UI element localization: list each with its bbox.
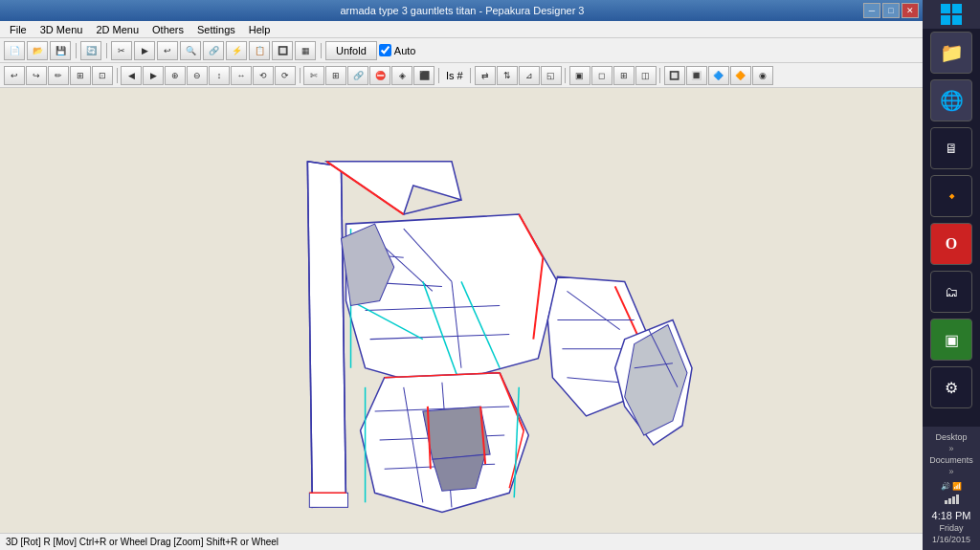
maximize-button[interactable]: □ bbox=[882, 3, 900, 18]
sidebar-icon-files[interactable]: 🗂 bbox=[930, 271, 972, 313]
t2-btn1[interactable]: ↩ bbox=[4, 66, 25, 85]
tb-btn11[interactable]: 📋 bbox=[249, 41, 270, 60]
t2-btn23[interactable]: ◱ bbox=[541, 66, 562, 85]
tb-btn10[interactable]: ⚡ bbox=[226, 41, 247, 60]
svg-marker-1 bbox=[307, 162, 345, 507]
svg-rect-54 bbox=[952, 4, 962, 13]
tb-btn7[interactable]: ↩ bbox=[157, 41, 178, 60]
sidebar-icon-globe[interactable]: 🌐 bbox=[930, 79, 972, 121]
desktop-label[interactable]: Desktop bbox=[935, 432, 967, 442]
unfold-button[interactable]: Unfold bbox=[325, 41, 377, 60]
t2-btn28[interactable]: 🔲 bbox=[664, 66, 685, 85]
save-button[interactable]: 💾 bbox=[50, 41, 71, 60]
t2-btn5[interactable]: ⊡ bbox=[92, 66, 113, 85]
taskbar-top[interactable] bbox=[923, 0, 980, 29]
t2-btn21[interactable]: ⇅ bbox=[497, 66, 518, 85]
menu-others[interactable]: Others bbox=[146, 23, 189, 36]
t2-btn22[interactable]: ⊿ bbox=[519, 66, 540, 85]
t2-btn29[interactable]: 🔳 bbox=[686, 66, 707, 85]
t2-btn3[interactable]: ✏ bbox=[48, 66, 69, 85]
t2-btn27[interactable]: ◫ bbox=[635, 66, 657, 85]
t2-btn32[interactable]: ◉ bbox=[752, 66, 773, 85]
sidebar-icon-terminal[interactable]: 🖥 bbox=[930, 127, 972, 169]
t2-btn12[interactable]: ⟲ bbox=[253, 66, 274, 85]
bar3 bbox=[952, 496, 955, 504]
t2-btn9[interactable]: ⊖ bbox=[187, 66, 208, 85]
sep1 bbox=[73, 41, 78, 60]
sidebar-icon-green-app[interactable]: ▣ bbox=[930, 319, 972, 361]
clock-time: 4:18 PM bbox=[932, 510, 971, 521]
t2-btn17[interactable]: ⛔ bbox=[369, 66, 390, 85]
canvas-area[interactable] bbox=[0, 88, 923, 533]
close-button[interactable]: ✕ bbox=[902, 3, 919, 18]
t2-btn18[interactable]: ◈ bbox=[391, 66, 412, 85]
t2-btn15[interactable]: ⊞ bbox=[325, 66, 346, 85]
signal-bars bbox=[945, 493, 959, 504]
svg-rect-56 bbox=[952, 15, 962, 25]
t2-btn13[interactable]: ⟳ bbox=[275, 66, 296, 85]
tb-btn13[interactable]: ▦ bbox=[295, 41, 316, 60]
t2-btn10[interactable]: ↕ bbox=[209, 66, 230, 85]
t2-btn30[interactable]: 🔷 bbox=[708, 66, 729, 85]
t2-btn4[interactable]: ⊞ bbox=[70, 66, 91, 85]
svg-rect-51 bbox=[309, 493, 347, 507]
status-bar: 3D [Rot] R [Mov] Ctrl+R or Wheel Drag [Z… bbox=[0, 533, 923, 550]
menu-3d[interactable]: 3D Menu bbox=[34, 23, 89, 36]
auto-checkbox[interactable] bbox=[379, 44, 391, 56]
t2-btn11[interactable]: ↔ bbox=[231, 66, 252, 85]
t2-btn25[interactable]: ◻ bbox=[591, 66, 612, 85]
sidebar: 📁 🌐 🖥 🔸 O 🗂 ▣ ⚙ Desktop » Documents » 🔊 … bbox=[923, 0, 980, 550]
minimize-button[interactable]: ─ bbox=[863, 3, 880, 18]
tb-btn8[interactable]: 🔍 bbox=[180, 41, 201, 60]
sidebar-icon-opera[interactable]: O bbox=[930, 223, 972, 265]
t2-sep5 bbox=[563, 66, 568, 85]
open-button[interactable]: 📂 bbox=[27, 41, 48, 60]
menu-help[interactable]: Help bbox=[243, 23, 277, 36]
t2-btn6[interactable]: ◀ bbox=[121, 66, 142, 85]
sidebar-icon-folder[interactable]: 📁 bbox=[930, 32, 972, 74]
menu-2d[interactable]: 2D Menu bbox=[90, 23, 145, 36]
tb-btn12[interactable]: 🔲 bbox=[272, 41, 293, 60]
t2-btn2[interactable]: ↪ bbox=[26, 66, 47, 85]
title-bar: armada type 3 gauntlets titan - Pepakura… bbox=[0, 0, 923, 21]
tray-icon2: 📶 bbox=[952, 482, 962, 491]
t2-btn31[interactable]: 🔶 bbox=[730, 66, 751, 85]
new-button[interactable]: 📄 bbox=[4, 41, 25, 60]
bar1 bbox=[945, 500, 947, 504]
t2-btn26[interactable]: ⊞ bbox=[613, 66, 635, 85]
t2-btn20[interactable]: ⇄ bbox=[475, 66, 496, 85]
t2-btn16[interactable]: 🔗 bbox=[347, 66, 368, 85]
t2-sep2 bbox=[297, 66, 302, 85]
sidebar-bottom: Desktop » Documents » 🔊 📶 4:18 PM Friday… bbox=[923, 427, 980, 550]
clock-day: Friday bbox=[939, 523, 963, 533]
menu-settings[interactable]: Settings bbox=[191, 23, 241, 36]
t2-sep6 bbox=[657, 66, 663, 85]
toolbar1: 📄 📂 💾 🔄 ✂ ▶ ↩ 🔍 🔗 ⚡ 📋 🔲 ▦ Unfold Auto bbox=[0, 38, 923, 63]
documents-label[interactable]: Documents bbox=[929, 455, 973, 465]
tb-btn6[interactable]: ▶ bbox=[134, 41, 155, 60]
t2-btn24[interactable]: ▣ bbox=[569, 66, 590, 85]
menu-bar: File 3D Menu 2D Menu Others Settings Hel… bbox=[0, 21, 923, 38]
model-svg bbox=[0, 88, 923, 533]
toolbar2: ↩ ↪ ✏ ⊞ ⊡ ◀ ▶ ⊕ ⊖ ↕ ↔ ⟲ ⟳ ✄ ⊞ 🔗 ⛔ ◈ ⬛ Is… bbox=[0, 63, 923, 88]
svg-marker-44 bbox=[423, 407, 490, 459]
sidebar-icon-gear[interactable]: ⚙ bbox=[930, 366, 972, 408]
t2-btn8[interactable]: ⊕ bbox=[165, 66, 186, 85]
window-controls: ─ □ ✕ bbox=[863, 3, 919, 18]
tb-btn9[interactable]: 🔗 bbox=[203, 41, 224, 60]
t2-sep4 bbox=[468, 66, 474, 85]
tb-btn4[interactable]: 🔄 bbox=[80, 41, 101, 60]
sep3 bbox=[318, 41, 323, 60]
t2-sep3 bbox=[435, 66, 441, 85]
system-tray: 🔊 📶 bbox=[941, 482, 962, 491]
t2-btn14[interactable]: ✄ bbox=[303, 66, 324, 85]
t2-btn19[interactable]: ⬛ bbox=[413, 66, 434, 85]
tb-btn5[interactable]: ✂ bbox=[111, 41, 132, 60]
svg-rect-55 bbox=[941, 15, 950, 25]
t2-btn7[interactable]: ▶ bbox=[143, 66, 164, 85]
menu-file[interactable]: File bbox=[4, 23, 33, 36]
tray-icon1: 🔊 bbox=[941, 482, 950, 491]
sidebar-icon-blender[interactable]: 🔸 bbox=[930, 175, 972, 217]
auto-check-container: Auto bbox=[379, 44, 416, 56]
t2-sep1 bbox=[114, 66, 120, 85]
